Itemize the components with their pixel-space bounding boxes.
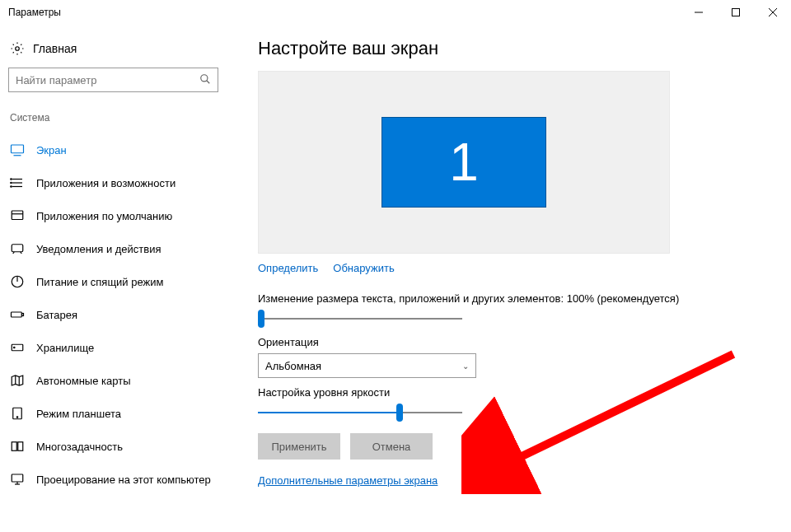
svg-line-6 bbox=[207, 80, 210, 83]
identify-link[interactable]: Определить bbox=[258, 262, 318, 274]
sidebar-item-label: Уведомления и действия bbox=[36, 243, 161, 255]
titlebar: Параметры bbox=[0, 0, 791, 25]
scaling-slider[interactable] bbox=[258, 318, 462, 320]
svg-rect-17 bbox=[12, 245, 23, 252]
brightness-slider[interactable] bbox=[258, 412, 462, 413]
sidebar-item-storage[interactable]: Хранилище bbox=[8, 331, 235, 364]
gear-icon bbox=[10, 41, 25, 56]
sidebar-item-multitasking[interactable]: Многозадачность bbox=[8, 430, 235, 463]
minimize-button[interactable] bbox=[680, 0, 717, 25]
svg-rect-28 bbox=[12, 442, 16, 451]
scaling-label: Изменение размера текста, приложений и д… bbox=[258, 292, 784, 305]
svg-rect-7 bbox=[12, 145, 24, 153]
projecting-icon bbox=[10, 472, 25, 487]
sidebar: Главная Система Экран Приложения и возмо… bbox=[0, 25, 235, 532]
search-icon bbox=[199, 73, 211, 87]
apps-icon bbox=[10, 175, 25, 190]
default-apps-icon bbox=[10, 208, 25, 223]
monitor-number: 1 bbox=[449, 132, 479, 193]
window-controls bbox=[680, 0, 791, 25]
sidebar-item-notifications[interactable]: Уведомления и действия bbox=[8, 232, 235, 265]
sidebar-item-battery[interactable]: Батарея bbox=[8, 298, 235, 331]
svg-point-27 bbox=[16, 417, 18, 418]
monitor-icon bbox=[10, 142, 25, 157]
sidebar-item-label: Питание и спящий режим bbox=[36, 276, 163, 288]
chevron-down-icon: ⌄ bbox=[462, 362, 469, 371]
svg-point-13 bbox=[11, 182, 12, 184]
svg-point-4 bbox=[16, 47, 20, 51]
maps-icon bbox=[10, 373, 25, 388]
page-title: Настройте ваш экран bbox=[258, 38, 784, 59]
display-preview[interactable]: 1 bbox=[258, 71, 670, 254]
sidebar-home[interactable]: Главная bbox=[8, 36, 235, 68]
close-button[interactable] bbox=[754, 0, 791, 25]
svg-rect-29 bbox=[18, 442, 23, 451]
sidebar-item-projecting[interactable]: Проецирование на этот компьютер bbox=[8, 463, 235, 496]
svg-rect-1 bbox=[732, 9, 739, 16]
sidebar-item-label: Приложения и возможности bbox=[36, 177, 176, 189]
sidebar-item-label: Хранилище bbox=[36, 342, 94, 354]
svg-point-14 bbox=[11, 186, 12, 188]
sidebar-item-label: Автономные карты bbox=[36, 375, 131, 387]
svg-rect-15 bbox=[12, 211, 23, 220]
search-field[interactable] bbox=[16, 74, 199, 86]
sidebar-category: Система bbox=[8, 107, 235, 133]
power-icon bbox=[10, 274, 25, 289]
search-input[interactable] bbox=[8, 68, 218, 92]
orientation-dropdown[interactable]: Альбомная ⌄ bbox=[258, 353, 476, 378]
sidebar-item-maps[interactable]: Автономные карты bbox=[8, 364, 235, 397]
main-content: Настройте ваш экран 1 Определить Обнаруж… bbox=[235, 25, 791, 532]
maximize-button[interactable] bbox=[717, 0, 754, 25]
apply-button[interactable]: Применить bbox=[258, 433, 340, 460]
svg-rect-20 bbox=[12, 312, 22, 317]
sidebar-item-label: Приложения по умолчанию bbox=[36, 210, 172, 222]
battery-icon bbox=[10, 307, 25, 322]
sidebar-item-label: Режим планшета bbox=[36, 408, 121, 420]
svg-point-12 bbox=[11, 179, 12, 180]
detect-link[interactable]: Обнаружить bbox=[333, 262, 394, 274]
notifications-icon bbox=[10, 241, 25, 256]
sidebar-item-label: Экран bbox=[36, 144, 67, 156]
brightness-label: Настройка уровня яркости bbox=[258, 386, 784, 399]
monitor-thumbnail[interactable]: 1 bbox=[381, 117, 546, 208]
sidebar-item-label: Многозадачность bbox=[36, 441, 123, 453]
cancel-button[interactable]: Отмена bbox=[350, 433, 433, 460]
svg-rect-21 bbox=[22, 314, 24, 316]
orientation-value: Альбомная bbox=[265, 360, 321, 372]
preview-links: Определить Обнаружить bbox=[258, 259, 784, 284]
sidebar-item-label: Проецирование на этот компьютер bbox=[36, 474, 211, 486]
sidebar-item-tablet[interactable]: Режим планшета bbox=[8, 397, 235, 430]
advanced-display-link[interactable]: Дополнительные параметры экрана bbox=[258, 474, 438, 487]
svg-point-23 bbox=[14, 347, 16, 348]
sidebar-item-display[interactable]: Экран bbox=[8, 133, 235, 166]
tablet-icon bbox=[10, 406, 25, 421]
sidebar-item-label: Батарея bbox=[36, 309, 77, 321]
multitasking-icon bbox=[10, 439, 25, 454]
svg-point-5 bbox=[201, 74, 208, 81]
sidebar-item-default-apps[interactable]: Приложения по умолчанию bbox=[8, 199, 235, 232]
sidebar-home-label: Главная bbox=[33, 42, 77, 55]
sidebar-item-apps[interactable]: Приложения и возможности bbox=[8, 166, 235, 199]
svg-rect-30 bbox=[12, 474, 23, 482]
window-title: Параметры bbox=[8, 7, 61, 18]
storage-icon bbox=[10, 340, 25, 355]
sidebar-item-power[interactable]: Питание и спящий режим bbox=[8, 265, 235, 298]
orientation-label: Ориентация bbox=[258, 336, 784, 348]
button-row: Применить Отмена bbox=[258, 433, 784, 460]
